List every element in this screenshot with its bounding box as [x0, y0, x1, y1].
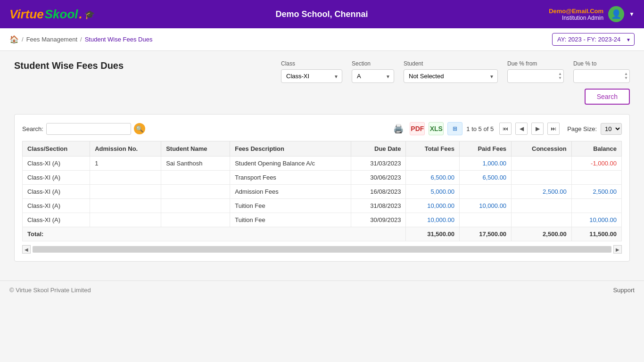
- user-details: Demo@Email.Com Institution Admin: [549, 8, 603, 21]
- total-paid-fees: 17,500.00: [460, 227, 512, 241]
- cell-class-section: Class-XI (A): [23, 185, 90, 199]
- class-select[interactable]: Class-XI Class-X Class-XII: [281, 69, 342, 83]
- prev-page-button[interactable]: ◀: [515, 123, 528, 135]
- cell-fees-desc: Transport Fees: [230, 171, 351, 185]
- due-from-up-arrow[interactable]: ▲: [558, 72, 562, 76]
- filters-row: Class Class-XI Class-X Class-XII Section: [281, 60, 630, 83]
- data-table: Class/Section Admission No. Student Name…: [22, 141, 622, 241]
- due-from-down-arrow[interactable]: ▼: [558, 76, 562, 80]
- scroll-right-arrow[interactable]: ▶: [613, 245, 622, 254]
- school-name: Demo School, Chennai: [275, 9, 368, 19]
- user-info-section: Demo@Email.Com Institution Admin 👤 ▼: [549, 6, 635, 22]
- cell-paid-fees: [460, 185, 512, 199]
- cell-student-name: Sai Santhosh: [161, 156, 230, 171]
- breadcrumb-sep-1: /: [22, 36, 24, 43]
- table-search-label: Search:: [22, 125, 43, 132]
- due-from-input-wrap: ▲ ▼: [507, 69, 564, 83]
- page-size-select[interactable]: 10 20 50: [601, 123, 622, 135]
- search-button[interactable]: Search: [585, 89, 630, 105]
- horizontal-scrollbar[interactable]: ◀ ▶: [22, 245, 622, 254]
- grid-export-button[interactable]: ⊞: [447, 122, 462, 135]
- print-button[interactable]: 🖨️: [391, 122, 406, 135]
- footer-support[interactable]: Support: [613, 287, 635, 294]
- breadcrumb: 🏠 / Fees Management / Student Wise Fees …: [9, 35, 152, 44]
- due-from-label: Due % from: [507, 60, 564, 67]
- col-concession: Concession: [512, 141, 572, 156]
- header: Virtue Skool . 🎓 Demo School, Chennai De…: [0, 0, 644, 28]
- student-filter-group: Student Not Selected: [404, 60, 498, 83]
- cell-paid-fees: 10,000.00: [460, 199, 512, 213]
- student-select-wrap[interactable]: Not Selected: [404, 69, 498, 83]
- table-row: Class-XI (A) 1 Sai Santhosh Student Open…: [23, 156, 622, 171]
- cell-due-date: 16/08/2023: [351, 185, 406, 199]
- due-to-input-wrap: ▲ ▼: [573, 69, 630, 83]
- pdf-button[interactable]: PDF: [410, 122, 425, 135]
- main-content: Student Wise Fees Dues Class Class-XI Cl…: [0, 51, 644, 271]
- col-admission-no: Admission No.: [90, 141, 161, 156]
- scroll-track[interactable]: [33, 246, 611, 253]
- cell-balance: -1,000.00: [571, 156, 621, 171]
- user-email: Demo@Email.Com: [549, 8, 603, 15]
- col-paid-fees: Paid Fees: [460, 141, 512, 156]
- due-to-input[interactable]: [573, 69, 630, 83]
- filter-section: Student Wise Fees Dues Class Class-XI Cl…: [14, 60, 630, 105]
- total-balance: 11,500.00: [571, 227, 621, 241]
- col-class-section: Class/Section: [23, 141, 90, 156]
- due-to-up-arrow[interactable]: ▲: [624, 72, 628, 76]
- ay-selector[interactable]: AY: 2023 - FY: 2023-24: [552, 33, 635, 46]
- first-page-button[interactable]: ⏮: [499, 123, 512, 135]
- section-filter-group: Section A B C: [352, 60, 394, 83]
- section-label: Section: [352, 60, 394, 67]
- cell-balance: 10,000.00: [571, 213, 621, 227]
- cell-due-date: 31/08/2023: [351, 199, 406, 213]
- cell-paid-fees: 6,500.00: [460, 171, 512, 185]
- student-select[interactable]: Not Selected: [404, 69, 498, 83]
- pagination-info: 1 to 5 of 5: [466, 125, 494, 132]
- table-search-row: Search: 🔍: [22, 123, 145, 135]
- cell-due-date: 31/03/2023: [351, 156, 406, 171]
- magnifier-icon: 🔍: [134, 123, 145, 134]
- table-toolbar: Search: 🔍 🖨️ PDF XLS ⊞ 1 to 5 of 5 ⏮ ◀ ▶…: [22, 122, 622, 135]
- excel-button[interactable]: XLS: [429, 122, 444, 135]
- table-search-input[interactable]: [46, 123, 131, 135]
- col-fees-description: Fees Description: [230, 141, 351, 156]
- last-page-button[interactable]: ⏭: [547, 123, 560, 135]
- logo-dot: .: [79, 7, 83, 22]
- table-search-button[interactable]: 🔍: [134, 123, 145, 134]
- cell-concession: [512, 156, 572, 171]
- section-select[interactable]: A B C: [352, 69, 394, 83]
- cell-admission-no: [90, 213, 161, 227]
- ay-selector-wrap[interactable]: AY: 2023 - FY: 2023-24: [552, 33, 635, 46]
- cell-admission-no: [90, 171, 161, 185]
- table-row: Class-XI (A) Transport Fees 30/06/2023 6…: [23, 171, 622, 185]
- cell-balance: [571, 199, 621, 213]
- student-label: Student: [404, 60, 498, 67]
- cell-class-section: Class-XI (A): [23, 213, 90, 227]
- section-select-wrap[interactable]: A B C: [352, 69, 394, 83]
- cell-due-date: 30/09/2023: [351, 213, 406, 227]
- col-due-date: Due Date: [351, 141, 406, 156]
- cell-paid-fees: 1,000.00: [460, 156, 512, 171]
- cell-admission-no: 1: [90, 156, 161, 171]
- cell-concession: [512, 171, 572, 185]
- due-from-input[interactable]: [507, 69, 564, 83]
- due-to-filter-group: Due % to ▲ ▼: [573, 60, 630, 83]
- home-icon[interactable]: 🏠: [9, 35, 19, 44]
- page-size-label: Page Size:: [567, 125, 597, 132]
- cell-due-date: 30/06/2023: [351, 171, 406, 185]
- total-concession: 2,500.00: [512, 227, 572, 241]
- footer-copyright: © Virtue Skool Private Limited: [9, 287, 91, 294]
- due-to-down-arrow[interactable]: ▼: [624, 76, 628, 80]
- cell-total-fees: 6,500.00: [406, 171, 460, 185]
- table-section: Search: 🔍 🖨️ PDF XLS ⊞ 1 to 5 of 5 ⏮ ◀ ▶…: [14, 114, 630, 262]
- due-from-filter-group: Due % from ▲ ▼: [507, 60, 564, 83]
- cell-total-fees: 10,000.00: [406, 199, 460, 213]
- class-select-wrap[interactable]: Class-XI Class-X Class-XII: [281, 69, 342, 83]
- avatar[interactable]: 👤: [608, 6, 624, 22]
- table-row: Class-XI (A) Admission Fees 16/08/2023 5…: [23, 185, 622, 199]
- cell-student-name: [161, 213, 230, 227]
- scroll-left-arrow[interactable]: ◀: [22, 245, 31, 254]
- breadcrumb-fees-management[interactable]: Fees Management: [26, 36, 77, 43]
- user-menu-dropdown[interactable]: ▼: [629, 11, 635, 17]
- next-page-button[interactable]: ▶: [531, 123, 544, 135]
